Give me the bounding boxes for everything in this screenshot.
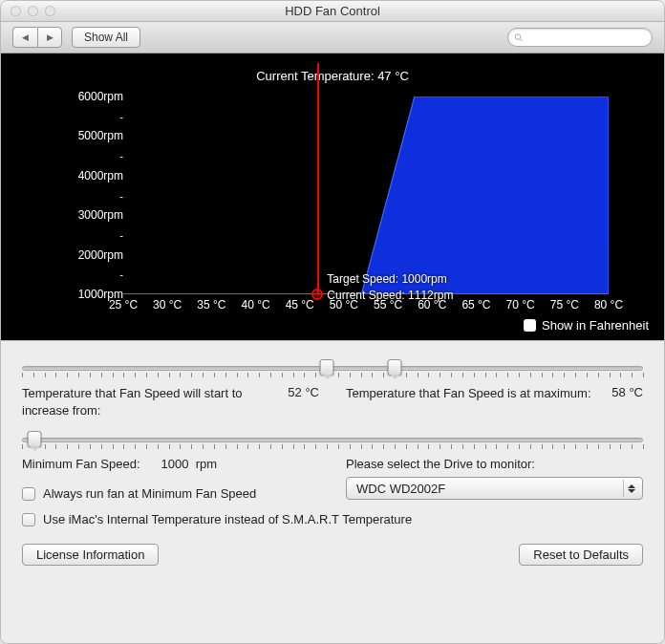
start-temp-thumb[interactable] [320,359,334,376]
svg-line-1 [520,38,522,40]
x-tick: 80 °C [594,298,623,311]
show-all-button[interactable]: Show All [72,27,140,48]
current-temp-line [317,63,319,294]
temperature-range-slider[interactable] [22,360,643,377]
y-tick: 2000rpm [78,249,123,261]
chevron-left-icon: ◀ [22,32,29,42]
always-min-checkbox[interactable]: Always run fan at Minimum Fan Speed [22,486,319,501]
x-tick: 40 °C [241,298,269,311]
checkbox-icon[interactable] [524,319,536,332]
toolbar: ◀ ▶ Show All [1,22,664,54]
max-temp-thumb[interactable] [388,359,402,376]
min-speed-label: Minimum Fan Speed: [22,457,140,471]
x-tick: 35 °C [197,298,225,311]
svg-point-0 [515,33,521,39]
chevron-right-icon: ▶ [47,32,54,42]
drive-select-value: WDC WD2002F [356,482,445,496]
x-tick: 30 °C [153,298,182,311]
x-tick: 65 °C [461,298,490,311]
y-tick: 4000rpm [78,170,123,182]
target-speed-label: Target Speed: 1000rpm [327,272,446,286]
min-speed-slider[interactable] [22,432,643,449]
always-min-label: Always run fan at Minimum Fan Speed [43,486,256,501]
drive-select-prompt: Please select the Drive to monitor: [346,457,643,471]
forward-button[interactable]: ▶ [37,27,62,48]
x-tick: 25 °C [109,298,138,311]
x-tick: 45 °C [286,298,314,311]
start-temp-label: Temperature that Fan Speed will start to… [22,385,272,419]
min-speed-unit: rpm [196,457,217,471]
search-input[interactable] [527,32,646,43]
use-internal-label: Use iMac's Internal Temperature instead … [43,512,412,526]
start-temp-value: 52 °C [288,385,319,419]
max-temp-value: 58 °C [611,385,643,419]
max-temp-label: Temperature that Fan Speed is at maximum… [346,385,596,419]
search-icon [514,32,524,43]
license-button[interactable]: License Information [22,544,159,566]
min-speed-thumb[interactable] [28,431,42,447]
reset-button[interactable]: Reset to Defaults [519,544,643,566]
x-tick: 55 °C [374,298,402,311]
window: HDD Fan Control ◀ ▶ Show All Current Tem… [0,0,665,644]
window-title: HDD Fan Control [1,4,664,18]
x-axis: 25 °C30 °C35 °C40 °C45 °C50 °C55 °C60 °C… [123,296,609,311]
use-internal-checkbox[interactable]: Use iMac's Internal Temperature instead … [22,512,643,526]
y-tick: 3000rpm [78,209,123,221]
titlebar: HDD Fan Control [1,1,664,22]
min-speed-value: 1000 [161,457,189,471]
temp-labels-row: Temperature that Fan Speed will start to… [22,385,643,419]
x-tick: 70 °C [506,298,535,311]
updown-icon [623,480,638,497]
checkbox-icon[interactable] [22,513,35,526]
drive-select[interactable]: WDC WD2002F [346,477,643,500]
fan-curve-area [123,97,609,294]
nav-buttons: ◀ ▶ [12,27,62,48]
plot-area: Target Speed: 1000rpm Current Speed: 111… [123,97,609,294]
fan-chart: Current Temperature: 47 °C 6000rpm-5000r… [1,54,664,340]
fahrenheit-label: Show in Fahrenheit [542,318,649,333]
x-tick: 75 °C [550,298,579,311]
checkbox-icon[interactable] [22,487,35,501]
y-tick: 5000rpm [78,130,123,141]
fahrenheit-toggle[interactable]: Show in Fahrenheit [524,318,649,333]
y-axis: 6000rpm-5000rpm-4000rpm-3000rpm-2000rpm-… [41,97,123,294]
controls-panel: Temperature that Fan Speed will start to… [1,340,664,643]
x-tick: 60 °C [418,298,446,311]
y-tick: 6000rpm [78,91,123,102]
search-field[interactable] [507,28,653,47]
back-button[interactable]: ◀ [12,27,37,48]
x-tick: 50 °C [330,298,358,311]
chart-title: Current Temperature: 47 °C [1,69,664,83]
